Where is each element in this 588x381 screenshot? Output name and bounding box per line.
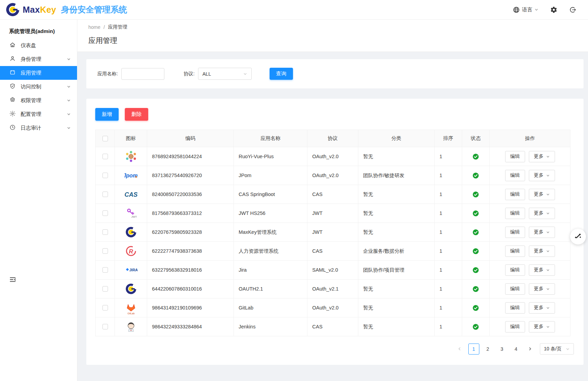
more-button[interactable]: 更多 [529, 227, 555, 238]
sort-cell: 1 [435, 223, 462, 242]
more-button[interactable]: 更多 [529, 246, 555, 257]
sidebar-item-identity[interactable]: 身份管理 [0, 52, 77, 66]
app-code-cell: 876892492581044224 [147, 147, 234, 166]
more-button[interactable]: 更多 [529, 321, 555, 333]
delete-button[interactable]: 删除 [125, 108, 148, 121]
settings-icon[interactable] [550, 6, 557, 13]
row-checkbox[interactable] [102, 286, 108, 292]
category-cell: 暂无 [358, 147, 435, 166]
apps-table: 图标编码应用名称协议分类排序状态操作 876892492581044224 Ru… [95, 130, 570, 336]
app-code-cell: 817568793663373312 [147, 204, 234, 223]
protocol-cell: JWT [307, 223, 358, 242]
app-code-cell: 622227747938373638 [147, 242, 234, 261]
sidebar-item-access[interactable]: 访问控制 [0, 80, 77, 94]
more-button[interactable]: 更多 [529, 283, 555, 295]
edit-button[interactable]: 编辑 [505, 302, 525, 314]
shield-icon [9, 83, 16, 90]
search-button[interactable]: 查询 [270, 68, 293, 80]
edit-button[interactable]: 编辑 [505, 227, 525, 238]
sidebar-item-label: 权限管理 [21, 97, 62, 104]
pagination: 123410 条/页 [95, 343, 575, 355]
status-cell [462, 298, 490, 317]
app-code-cell: 986432249333284864 [147, 317, 234, 336]
status-enabled-icon [462, 248, 489, 254]
apps-table-panel: 新增 删除 图标编码应用名称协议分类排序状态操作 876892492581044… [86, 99, 584, 365]
content-area: 应用名称: 协议: ALL 查询 新增 删除 图标编码应用名称协议分 [77, 52, 588, 365]
more-button[interactable]: 更多 [529, 302, 555, 314]
more-button[interactable]: 更多 [529, 151, 555, 162]
app-name-input[interactable] [121, 68, 164, 80]
actions-cell: 编辑 更多 [490, 147, 570, 166]
edit-button[interactable]: 编辑 [505, 283, 525, 295]
row-checkbox[interactable] [102, 324, 108, 329]
sidebar-item-audit[interactable]: 日志审计 [0, 121, 77, 135]
row-checkbox[interactable] [102, 305, 108, 311]
category-cell: 暂无 [358, 223, 435, 242]
pagination-page-3[interactable]: 3 [497, 344, 508, 355]
language-label: 语言 [522, 7, 532, 13]
row-checkbox[interactable] [102, 154, 108, 159]
protocol-cell: OAuth_v2.0 [307, 298, 358, 317]
add-button[interactable]: 新增 [95, 108, 119, 121]
gear-icon [9, 110, 16, 118]
row-checkbox[interactable] [102, 210, 108, 216]
sidebar-collapse-icon[interactable] [9, 276, 17, 283]
edit-button[interactable]: 编辑 [505, 189, 525, 200]
protocol-cell: CAS [307, 185, 358, 204]
status-enabled-icon [462, 286, 489, 292]
breadcrumb-home-link[interactable]: home [88, 24, 100, 30]
sidebar-item-label: 仪表盘 [21, 42, 71, 49]
edit-button[interactable]: 编辑 [505, 264, 525, 276]
sidebar-item-label: 配置管理 [21, 111, 62, 118]
pagination-page-2[interactable]: 2 [482, 344, 493, 355]
select-all-checkbox[interactable] [102, 136, 108, 141]
svg-text:JWT: JWT [131, 215, 137, 218]
row-checkbox[interactable] [102, 267, 108, 273]
logout-icon[interactable] [569, 6, 576, 13]
edit-button[interactable]: 编辑 [505, 246, 525, 257]
table-toolbar: 新增 删除 [95, 108, 575, 121]
more-button[interactable]: 更多 [529, 170, 555, 181]
pagination-page-4[interactable]: 4 [511, 344, 522, 355]
badge-icon [9, 97, 16, 104]
row-checkbox[interactable] [102, 229, 108, 235]
status-cell [462, 261, 490, 280]
edit-button[interactable]: 编辑 [505, 208, 525, 219]
theme-customizer-button[interactable] [570, 229, 586, 244]
pagination-prev-button[interactable] [454, 344, 465, 355]
app-code-cell: 824008507220033536 [147, 185, 234, 204]
app-name-cell: MaxKey管理系统 [234, 223, 307, 242]
chevron-down-icon [67, 112, 71, 116]
chevron-down-icon [67, 98, 71, 102]
more-button[interactable]: 更多 [529, 208, 555, 219]
language-switcher[interactable]: 语言 [513, 6, 538, 13]
row-checkbox[interactable] [102, 173, 108, 178]
category-cell: 暂无 [358, 317, 435, 336]
actions-cell: 编辑 更多 [490, 223, 570, 242]
column-header: 编码 [147, 130, 234, 147]
sidebar-item-permissions[interactable]: 权限管理 [0, 94, 77, 107]
protocol-select[interactable]: ALL [198, 68, 252, 80]
sidebar-item-apps[interactable]: 应用管理 [0, 66, 77, 80]
pagination-next-button[interactable] [525, 344, 536, 355]
status-cell [462, 280, 490, 298]
sidebar-item-config[interactable]: 配置管理 [0, 107, 77, 121]
table-row: 622076759805923328 MaxKey管理系统 JWT 暂无 1 编… [96, 223, 570, 242]
app-name-cell: Jira [234, 261, 307, 280]
sort-cell: 1 [435, 204, 462, 223]
protocol-cell: SAML_v2.0 [307, 261, 358, 280]
edit-button[interactable]: 编辑 [505, 321, 525, 333]
more-button[interactable]: 更多 [529, 264, 555, 276]
row-checkbox[interactable] [102, 192, 108, 197]
more-button[interactable]: 更多 [529, 189, 555, 200]
page-size-select[interactable]: 10 条/页 [540, 343, 574, 355]
status-cell [462, 185, 490, 204]
pagination-page-1[interactable]: 1 [468, 344, 479, 355]
chevron-down-icon [67, 57, 71, 61]
edit-button[interactable]: 编辑 [505, 151, 525, 162]
row-checkbox[interactable] [102, 248, 108, 254]
sidebar-item-dashboard[interactable]: 仪表盘 [0, 39, 77, 52]
table-row: GitLab 986431492190109696 GitLab OAuth_v… [96, 298, 570, 317]
status-enabled-icon [462, 172, 489, 179]
edit-button[interactable]: 编辑 [505, 170, 525, 181]
